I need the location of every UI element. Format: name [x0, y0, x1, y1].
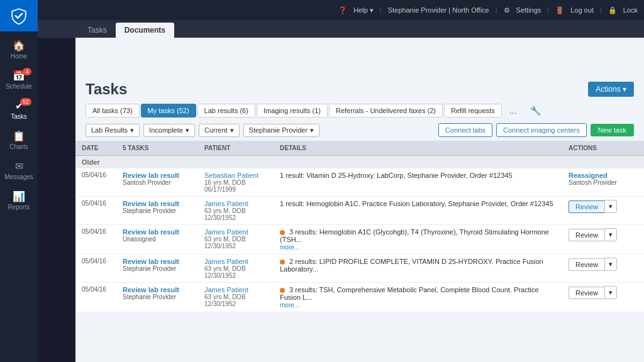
task-provider: Stephanie Provider [123, 207, 192, 214]
patient-cell: James Patient 63 yrs M, DOB 12/30/1952 [198, 225, 274, 255]
patient-link[interactable]: James Patient [204, 258, 267, 265]
tasks-badge: 52 [20, 98, 31, 106]
more-link[interactable]: more... [280, 302, 299, 309]
sidebar-item-label: Reports [8, 204, 30, 211]
table-row: 05/04/16 Review lab result Stephanie Pro… [75, 255, 644, 283]
app-logo[interactable] [0, 0, 38, 31]
task-date: 05/04/16 [75, 197, 116, 225]
filter-my-tasks[interactable]: My tasks (52) [141, 104, 196, 118]
tab-bar: Tasks Documents [38, 20, 644, 38]
logout-icon: 🚪 [555, 6, 564, 14]
page-header: Tasks Actions ▾ [75, 75, 644, 101]
connect-labs-button[interactable]: Connect labs [438, 123, 492, 137]
patient-link[interactable]: James Patient [204, 200, 267, 207]
filter-tabs: All tasks (73) My tasks (52) Lab results… [75, 101, 644, 121]
patient-info: 63 yrs M, DOB 12/30/1952 [204, 207, 267, 221]
task-provider: Stephanie Provider [123, 265, 192, 272]
details-text: 2 results: LIPID PROFILE COMPLETE, VITAM… [280, 258, 543, 273]
patient-info: 16 yrs M, DOB 06/17/1999 [204, 179, 267, 193]
task-type-cell: Review lab result Unassigned [116, 225, 198, 255]
status-filter[interactable]: Incomplete ▾ [143, 124, 195, 137]
user-info: Stephanie Provider | North Office [388, 6, 489, 14]
task-date: 05/04/16 [75, 255, 116, 283]
action-cell: Review ▾ [562, 283, 644, 312]
task-link[interactable]: Review lab result [123, 172, 192, 179]
filter-imaging-results[interactable]: Imaging results (1) [257, 104, 328, 118]
reassigned-to: Santosh Provider [569, 179, 638, 186]
gear-icon: ⚙ [504, 6, 510, 14]
toolbar: Lab Results ▾ Incomplete ▾ Current ▾ Ste… [75, 121, 644, 140]
review-btn-group: Review ▾ [569, 228, 638, 241]
more-link[interactable]: more... [280, 244, 299, 251]
main-content: Tasks Actions ▾ All tasks (73) My tasks … [75, 38, 644, 362]
review-dropdown[interactable]: ▾ [604, 286, 617, 299]
task-type-cell: Review lab result Stephanie Provider [116, 197, 198, 225]
col-header-patient: PATIENT [198, 141, 274, 156]
review-btn-group: Review ▾ [569, 200, 638, 213]
sidebar-item-reports[interactable]: 📊 Reports [0, 185, 38, 216]
help-button[interactable]: Help ▾ [353, 6, 374, 14]
patient-cell: Sebastian Patient 16 yrs M, DOB 06/17/19… [198, 168, 274, 197]
details-cell: 1 result: Hemoglobin A1C. Practice Fusio… [274, 197, 562, 225]
provider-filter[interactable]: Stephanie Provider ▾ [243, 124, 320, 137]
task-provider: Stephanie Provider [123, 293, 192, 300]
filter-wrench[interactable]: 🔧 [524, 103, 547, 118]
sidebar-item-label: Charts [9, 143, 28, 150]
lock-button[interactable]: Lock [623, 6, 638, 14]
tab-documents[interactable]: Documents [116, 23, 174, 38]
filter-referrals[interactable]: Referrals - Undelivered faxes (2) [329, 104, 443, 118]
review-dropdown[interactable]: ▾ [604, 258, 617, 271]
review-dropdown[interactable]: ▾ [604, 228, 617, 241]
time-filter[interactable]: Current ▾ [199, 124, 240, 137]
sidebar-item-charts[interactable]: 📋 Charts [0, 125, 38, 155]
section-older: Older [75, 156, 644, 169]
sidebar-item-label: Schedule [6, 83, 32, 90]
task-date: 05/04/16 [75, 283, 116, 312]
filter-all-tasks[interactable]: All tasks (73) [86, 104, 140, 118]
review-button[interactable]: Review [569, 200, 604, 213]
filter-more[interactable]: ... [503, 103, 523, 118]
review-dropdown[interactable]: ▾ [604, 200, 617, 213]
table-row: 05/04/16 Review lab result Stephanie Pro… [75, 197, 644, 225]
table-row: 05/04/16 Review lab result Santosh Provi… [75, 168, 644, 197]
patient-link[interactable]: Sebastian Patient [204, 172, 267, 179]
sidebar-item-tasks[interactable]: ✔ Tasks 52 [0, 95, 38, 125]
col-header-details: DETAILS [274, 141, 562, 156]
task-link[interactable]: Review lab result [123, 258, 192, 265]
connect-imaging-button[interactable]: Connect imaging centers [496, 123, 587, 137]
task-date: 05/04/16 [75, 225, 116, 255]
orange-dot-icon [280, 260, 285, 265]
sidebar-item-home[interactable]: 🏠 Home [0, 35, 38, 65]
settings-button[interactable]: Settings [516, 6, 541, 14]
review-btn-group: Review ▾ [569, 258, 638, 271]
patient-link[interactable]: James Patient [204, 286, 267, 293]
filter-lab-results[interactable]: Lab results (6) [197, 104, 255, 118]
actions-button[interactable]: Actions ▾ [588, 82, 634, 97]
task-link[interactable]: Review lab result [123, 228, 192, 236]
sidebar-item-label: Home [11, 53, 28, 60]
task-date: 05/04/16 [75, 168, 116, 197]
task-link[interactable]: Review lab result [123, 200, 192, 207]
task-type-cell: Review lab result Stephanie Provider [116, 255, 198, 283]
tab-tasks[interactable]: Tasks [79, 23, 116, 38]
action-cell: Reassigned Santosh Provider [562, 168, 644, 197]
review-button[interactable]: Review [569, 287, 604, 299]
patient-link[interactable]: James Patient [204, 228, 267, 236]
orange-dot-icon [280, 230, 285, 235]
patient-info: 63 yrs M, DOB 12/30/1952 [204, 265, 267, 279]
logout-button[interactable]: Log out [570, 6, 594, 14]
table-row: 05/04/16 Review lab result Unassigned Ja… [75, 225, 644, 255]
patient-cell: James Patient 63 yrs M, DOB 12/30/1952 [198, 255, 274, 283]
new-task-button[interactable]: New task [591, 124, 634, 136]
sidebar-item-schedule[interactable]: 📅 Schedule 4 [0, 65, 38, 95]
help-icon: ❓ [338, 6, 347, 14]
task-link[interactable]: Review lab result [123, 286, 192, 293]
filter-refill[interactable]: Refill requests [444, 104, 502, 118]
sidebar-item-messages[interactable]: ✉ Messages [0, 155, 38, 185]
review-button[interactable]: Review [569, 229, 604, 241]
chevron-down-icon: ▾ [370, 6, 374, 14]
review-button[interactable]: Review [569, 258, 604, 271]
sidebar-item-label: Messages [4, 173, 33, 180]
lab-results-filter[interactable]: Lab Results ▾ [86, 124, 140, 137]
details-cell: 2 results: LIPID PROFILE COMPLETE, VITAM… [274, 255, 562, 283]
